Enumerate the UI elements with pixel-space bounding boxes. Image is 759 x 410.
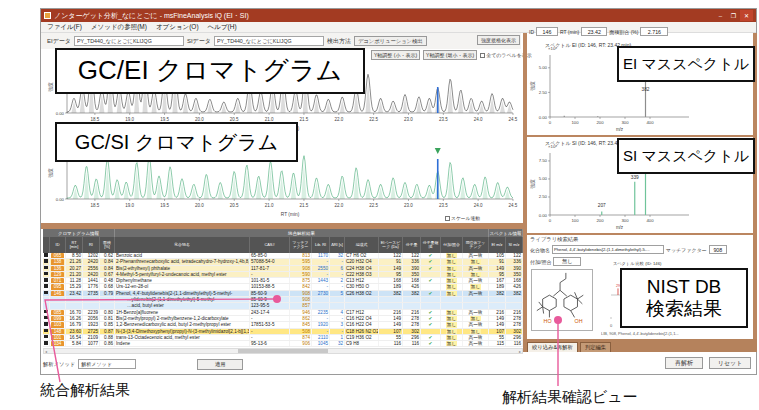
table-horizontal-scrollbar[interactable]: ◂▸	[43, 348, 523, 354]
scroll-left-arrow[interactable]: ◂	[45, 349, 47, 354]
table-cell: ✔	[421, 310, 441, 315]
library-search-title: ライブラリ検索結果	[530, 236, 578, 243]
table-cell	[463, 303, 489, 308]
svg-text:0.00: 0.00	[56, 197, 65, 202]
scroll-right-arrow[interactable]: ▸	[519, 349, 521, 354]
column-header[interactable]: Lib. RI	[312, 237, 330, 253]
reset-button[interactable]: リセット	[709, 357, 751, 369]
table-cell: 1920	[312, 322, 330, 327]
tab-refine-reanalysis[interactable]: 絞り込み&再解析	[527, 342, 578, 352]
table-cell	[43, 322, 50, 327]
table-cell: trans-13-Octadecenoic acid, methyl ester	[115, 335, 250, 340]
table-row[interactable]: 0345.8410770.86Indene95-13-6906104532C9 …	[43, 341, 523, 347]
column-header[interactable]: 分子量	[403, 237, 421, 253]
minimize-button[interactable]: –	[714, 10, 727, 21]
table-cell: 136	[50, 266, 66, 271]
table-cell: 無し	[441, 284, 463, 289]
column-header[interactable]: RI	[83, 237, 100, 253]
si-data-input[interactable]	[214, 36, 324, 46]
column-header[interactable]: EIベースピーク (Da)	[379, 237, 403, 253]
column-header[interactable]: ΔRI [s]	[330, 237, 345, 253]
menu-method[interactable]: メソッドの参照(M)	[91, 23, 147, 32]
tab-judgement-edit[interactable]: 判定編集	[580, 342, 611, 352]
table-cell: 296	[506, 335, 523, 340]
table-cell	[403, 303, 421, 308]
table-cell: 高一致	[463, 266, 489, 271]
table-cell: 390	[506, 266, 523, 271]
table-cell: 16.79	[66, 322, 83, 327]
column-header[interactable]: 付加/照合	[441, 237, 463, 253]
intensity-normalize-button[interactable]: 強度規格化表示	[477, 35, 520, 45]
table-cell: 0.84	[100, 266, 115, 271]
scroll-thumb[interactable]	[238, 349, 328, 353]
table-cell: C16 H22 O4	[345, 316, 379, 321]
svg-text:22.5: 22.5	[369, 203, 378, 208]
svg-text:22.0: 22.0	[334, 117, 343, 122]
column-header[interactable]: 面積 [%]	[100, 237, 115, 253]
column-header[interactable]: SI m/z	[506, 237, 523, 253]
close-button[interactable]: ✕	[740, 10, 753, 21]
table-cell: 無し	[441, 278, 463, 283]
table-cell: 857	[290, 303, 312, 308]
vertical-splitter[interactable]	[523, 33, 527, 352]
column-header[interactable]: 組成式	[345, 237, 379, 253]
table-body: 0658.5012020.62Benzoic acid65-85-0813117…	[43, 253, 523, 347]
table-cell: 0.88	[100, 335, 115, 340]
svg-text:×10⁵: ×10⁵	[548, 46, 557, 51]
analysis-method-bar: 解析メソッド 解析メソッド 適用	[43, 357, 521, 371]
apply-button[interactable]: 適用	[197, 359, 243, 370]
menu-help[interactable]: ヘルプ(H)	[208, 23, 237, 32]
compound-name-field[interactable]: Phenol, 4,4'-butylidenebis[2-(1,1-dimeth…	[552, 245, 664, 254]
table-cell: 302	[506, 329, 523, 334]
column-header[interactable]: RT [min]	[66, 237, 83, 253]
table-cell: 875	[290, 278, 312, 283]
table-cell: Diphenylmethane	[115, 278, 250, 283]
column-header[interactable]: ID	[50, 237, 66, 253]
table-cell: 6	[330, 266, 345, 271]
table-cell: ✔	[421, 341, 441, 346]
table-cell: ✔	[421, 278, 441, 283]
svg-text:0: 0	[549, 218, 552, 223]
column-header[interactable]: マッチファクター	[290, 237, 312, 253]
column-header[interactable]: 化合物名	[115, 237, 250, 253]
table-cell: 302	[403, 329, 421, 334]
maximize-button[interactable]: ❐	[727, 10, 740, 21]
svg-text:×10⁵: ×10⁵	[548, 144, 557, 149]
menu-options[interactable]: オプション(O)	[156, 23, 199, 32]
table-cell: 0.79	[100, 291, 115, 296]
table-column-header[interactable]: IDRT [min]RI面積 [%]化合物名CAS#マッチファクターLib. R…	[43, 237, 523, 253]
table-cell: 2	[330, 278, 345, 283]
svg-text:0: 0	[610, 323, 613, 328]
table-cell: -	[312, 284, 330, 289]
svg-text:21.0: 21.0	[265, 203, 274, 208]
table-cell: C22 H38 O3	[345, 272, 379, 277]
table-cell	[345, 303, 379, 308]
table-cell: …acid, butyl ester	[115, 303, 250, 308]
table-cell: 129	[50, 272, 66, 277]
table-cell	[330, 303, 345, 308]
table-cell: 390	[403, 266, 421, 271]
reanalyze-button[interactable]: 再解析	[665, 357, 703, 369]
svg-text:5.00: 5.00	[539, 65, 548, 70]
scale-link-checkbox[interactable]: スケール連動	[445, 215, 480, 221]
svg-text:18.5: 18.5	[90, 203, 99, 208]
column-header[interactable]: CAS#	[250, 237, 290, 253]
table-cell: 2056	[83, 316, 100, 321]
table-cell: 無し	[441, 316, 463, 321]
deconvolution-detect-button[interactable]: デコンボリューション検出	[354, 36, 427, 46]
table-cell: 2-Phenanthrenecarboxylic acid, tetradeca…	[115, 259, 250, 264]
table-cell: 15.29	[66, 284, 83, 289]
table-cell: 無し	[441, 272, 463, 277]
table-cell: 350	[506, 272, 523, 277]
menu-file[interactable]: ファイル(F)	[47, 23, 82, 32]
checkbox-icon	[445, 216, 450, 221]
method-field[interactable]: 解析メソッド	[78, 359, 136, 369]
svg-text:20.0: 20.0	[195, 203, 204, 208]
table-cell: 426	[403, 284, 421, 289]
column-header[interactable]: 分子量確認	[421, 237, 441, 253]
column-header[interactable]: EI m/z	[489, 237, 506, 253]
column-header[interactable]: 同位体マッチング	[463, 237, 489, 253]
ei-data-input[interactable]	[74, 36, 184, 46]
table-cell: C26 H38 O2	[345, 291, 379, 296]
structure-view[interactable]: HO OH	[531, 269, 593, 331]
